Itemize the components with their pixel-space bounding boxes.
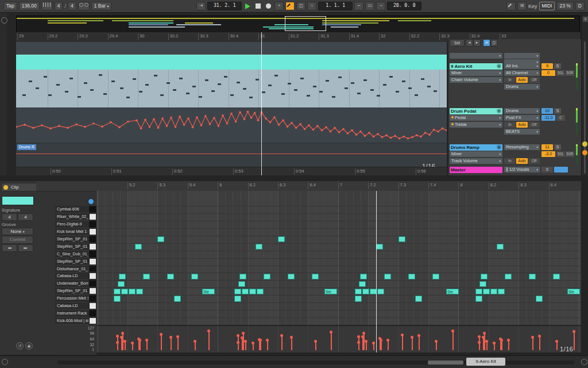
velocity-stem[interactable] — [331, 332, 332, 350]
automation-breakpoint[interactable] — [67, 127, 69, 129]
velocity-stem[interactable] — [208, 331, 210, 350]
drum-row-key-cell[interactable] — [89, 295, 96, 302]
midi-note[interactable] — [278, 236, 285, 243]
automation-breakpoint[interactable] — [187, 117, 189, 120]
corner-button[interactable] — [2, 359, 8, 365]
velocity-stem[interactable] — [177, 337, 179, 350]
pan-field[interactable]: 50R — [566, 151, 574, 157]
velocity-marker[interactable] — [237, 334, 239, 337]
automation-breakpoint[interactable] — [209, 123, 211, 125]
monitor-switch[interactable]: InAutoOff — [504, 122, 540, 128]
velocity-stem[interactable] — [267, 340, 268, 350]
drum-row-key-cell[interactable] — [89, 288, 96, 294]
midi-note[interactable] — [143, 274, 150, 280]
velocity-stem[interactable] — [260, 340, 261, 350]
drum-row-key-cell[interactable] — [89, 280, 96, 287]
editor-beat-ruler[interactable]: 5.25.35.466.26.36.477.27.37.488.28.38.4 — [36, 181, 581, 191]
corner-button[interactable] — [581, 359, 587, 365]
automation-breakpoint[interactable] — [308, 124, 310, 126]
velocity-stem[interactable] — [402, 335, 403, 350]
automation-breakpoint[interactable] — [247, 110, 249, 113]
automation-breakpoint[interactable] — [58, 125, 60, 127]
automation-breakpoint[interactable] — [428, 133, 431, 136]
velocity-marker[interactable] — [372, 342, 375, 344]
midi-note[interactable] — [239, 274, 246, 280]
solo-button[interactable]: S — [554, 63, 561, 69]
drum-row-name[interactable]: Perc-Digital-9 — [55, 221, 96, 228]
automation-line-flat[interactable] — [16, 154, 447, 154]
automation-breakpoint[interactable] — [385, 134, 388, 136]
midi-note[interactable] — [355, 296, 362, 302]
automation-breakpoint[interactable] — [196, 116, 198, 118]
midi-note[interactable] — [288, 274, 295, 280]
drum-row-name[interactable]: Kick-606-Mod | kik — [55, 317, 96, 325]
automation-breakpoint[interactable] — [230, 113, 233, 115]
automation-breakpoint[interactable] — [269, 121, 272, 124]
overdub-icon[interactable]: + — [274, 2, 284, 10]
automation-breakpoint[interactable] — [153, 118, 155, 120]
velocity-marker[interactable] — [290, 336, 293, 339]
drum-row-name[interactable]: Cabasa-LD — [55, 302, 96, 310]
automation-curve[interactable] — [16, 108, 447, 143]
stop-button[interactable] — [256, 3, 261, 9]
automation-breakpoint[interactable] — [75, 124, 78, 126]
midi-note[interactable] — [490, 289, 497, 295]
velocity-stem[interactable] — [483, 338, 484, 350]
automation-breakpoint[interactable] — [330, 131, 332, 133]
pan-field[interactable]: 50L — [556, 151, 565, 157]
arrangement-time-ruler[interactable]: 0:500:510:520:530:540:550:56 — [16, 167, 447, 176]
chevron-down-icon[interactable]: ▾ — [497, 64, 501, 68]
automation-breakpoint[interactable] — [433, 129, 435, 131]
io-indicator-icon[interactable] — [582, 150, 587, 155]
automation-breakpoint[interactable] — [325, 126, 327, 128]
automation-breakpoint[interactable] — [273, 116, 276, 118]
drum-row-key-cell[interactable] — [89, 273, 96, 279]
velocity-stem[interactable] — [479, 337, 480, 350]
automation-breakpoint[interactable] — [239, 112, 241, 114]
velocity-stem[interactable] — [281, 336, 283, 350]
io-indicator-icon[interactable] — [582, 141, 587, 147]
arrangement-overview[interactable] — [16, 16, 580, 33]
midi-note[interactable]: Ste — [446, 289, 459, 295]
automation-breakpoint[interactable] — [222, 114, 224, 117]
midi-note[interactable] — [498, 289, 505, 295]
pan-field[interactable]: 50R — [566, 70, 574, 76]
velocity-marker[interactable] — [252, 342, 254, 344]
midi-note[interactable] — [114, 296, 121, 302]
clip-footer-target-icon[interactable]: ◉ — [25, 342, 33, 350]
automation-breakpoint[interactable] — [424, 132, 427, 134]
velocity-marker[interactable] — [417, 334, 420, 337]
automation-breakpoint[interactable] — [166, 125, 168, 127]
midi-note[interactable] — [114, 289, 121, 295]
velocity-marker[interactable] — [116, 335, 119, 338]
record-button[interactable] — [266, 3, 271, 9]
drum-row-name[interactable]: StepRim_SP_01 — [55, 243, 96, 251]
velocity-marker[interactable] — [555, 340, 558, 343]
velocity-stem[interactable] — [501, 340, 502, 350]
grid-icon[interactable]: ⊞ — [517, 2, 527, 10]
quantization-menu[interactable]: 1 Bar ▾ — [91, 2, 112, 10]
velocity-stem[interactable] — [358, 336, 359, 350]
arrangement-clips-area[interactable]: Drums R — [16, 42, 447, 167]
midi-note[interactable] — [377, 289, 384, 295]
automation-breakpoint[interactable] — [49, 128, 52, 130]
automation-breakpoint[interactable] — [218, 125, 220, 127]
drum-row-name[interactable]: Instrument Rack — [55, 310, 96, 317]
automation-breakpoint[interactable] — [381, 136, 384, 139]
automation-breakpoint[interactable] — [368, 132, 370, 134]
follow-icon[interactable]: ⇥ — [196, 2, 206, 10]
velocity-stem[interactable] — [412, 338, 413, 350]
automation-breakpoint[interactable] — [394, 135, 396, 137]
automation-breakpoint[interactable] — [140, 128, 142, 130]
velocity-marker[interactable] — [531, 336, 534, 339]
automation-breakpoint[interactable] — [373, 136, 375, 138]
midi-note[interactable] — [481, 274, 488, 280]
midi-note[interactable] — [479, 281, 486, 288]
master-volume-field[interactable]: 0 — [541, 167, 553, 172]
automation-breakpoint[interactable] — [403, 136, 405, 138]
automation-breakpoint[interactable] — [204, 115, 207, 117]
velocity-stem[interactable] — [419, 336, 420, 350]
automation-breakpoint[interactable] — [265, 117, 267, 120]
automation-breakpoint[interactable] — [291, 122, 293, 124]
selected-device-button[interactable]: 9-Aero Kit — [466, 358, 505, 366]
